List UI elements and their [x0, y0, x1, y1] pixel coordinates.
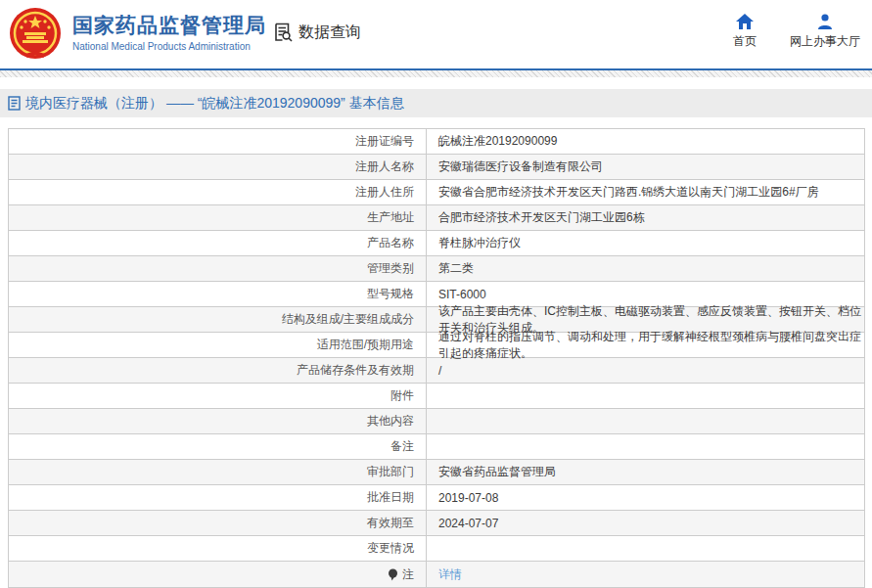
row-label: 生产地址 [9, 205, 427, 230]
row-label-text: 有效期至 [367, 515, 414, 531]
table-row: 变更情况 [9, 536, 864, 562]
row-label: 产品储存条件及有效期 [9, 358, 427, 383]
row-label-text: 生产地址 [367, 209, 414, 226]
data-query-section: 数据查询 [272, 22, 361, 43]
row-label: 变更情况 [9, 536, 427, 561]
row-value [427, 434, 864, 459]
table-row: 注册证编号皖械注准20192090099 [9, 129, 864, 155]
breadcrumb: 境内医疗器械（注册） —— “皖械注准20192090099” 基本信息 [0, 89, 872, 117]
row-label: 批准日期 [9, 485, 427, 510]
row-value-text: 2019-07-08 [438, 491, 498, 505]
table-row: 附件 [9, 384, 864, 409]
row-value-text: SIT-6000 [438, 288, 486, 301]
row-label-text: 变更情况 [367, 540, 414, 557]
row-value [427, 409, 864, 433]
breadcrumb-text: 境内医疗器械（注册） —— “皖械注准20192090099” 基本信息 [25, 95, 404, 113]
row-value-text: 安徽省合肥市经济技术开发区天门路西.锦绣大道以南天门湖工业园6#厂房 [438, 184, 819, 201]
table-row: 有效期至2024-07-07 [9, 511, 864, 536]
table-row: 产品名称脊柱脉冲治疗仪 [9, 231, 864, 256]
row-label-text: 其他内容 [367, 413, 414, 430]
row-label: 注册人住所 [9, 180, 427, 204]
document-search-icon [272, 22, 294, 43]
row-value-text: 通过对脊柱的指压调节、调动和处理，用于缓解神经根型颈椎病与腰椎间盘突出症引起的疼… [438, 329, 864, 362]
row-label: 附件 [9, 384, 427, 408]
nav-home-label: 首页 [733, 33, 757, 50]
brand-block: 国家药品监督管理局 National Medical Products Admi… [72, 13, 266, 52]
row-value-text: 皖械注准20192090099 [438, 133, 557, 150]
row-value: / [427, 358, 864, 383]
national-emblem-logo [8, 7, 63, 62]
table-row: 审批部门安徽省药品监督管理局 [9, 460, 864, 485]
note-pin-icon [388, 568, 398, 581]
details-link[interactable]: 详情 [438, 566, 462, 583]
row-label: 型号规格 [9, 282, 427, 306]
row-label-text: 适用范围/预期用途 [317, 337, 414, 353]
row-label-text: 注 [402, 566, 414, 583]
row-value-text: 2024-07-07 [438, 517, 498, 530]
row-label-text: 型号规格 [367, 286, 414, 302]
row-label-text: 结构及组成/主要组成成分 [282, 311, 414, 328]
row-label-text: 注册证编号 [355, 133, 414, 150]
row-label: 适用范围/预期用途 [9, 333, 427, 357]
row-label: 产品名称 [9, 231, 427, 255]
home-icon [736, 14, 754, 29]
nav-online-hall-label: 网上办事大厅 [790, 33, 860, 50]
row-value-text: 第二类 [438, 260, 474, 277]
table-row: 注册人名称安徽瑞德医疗设备制造有限公司 [9, 155, 864, 180]
user-icon [816, 14, 834, 29]
row-label: 备注 [9, 434, 427, 459]
row-label-text: 注册人住所 [355, 184, 414, 201]
row-value: 2024-07-07 [427, 511, 864, 535]
row-value: 第二类 [427, 256, 864, 281]
row-value-text: / [438, 364, 441, 378]
registration-detail-table: 注册证编号皖械注准20192090099注册人名称安徽瑞德医疗设备制造有限公司注… [8, 128, 865, 588]
table-row: 注详情 [9, 562, 864, 587]
table-row: 管理类别第二类 [9, 256, 864, 282]
row-value: 2019-07-08 [427, 485, 864, 510]
table-row: 备注 [9, 434, 864, 460]
row-label: 审批部门 [9, 460, 427, 484]
row-value: 合肥市经济技术开发区天门湖工业园6栋 [427, 205, 864, 230]
row-value-text: 合肥市经济技术开发区天门湖工业园6栋 [438, 209, 645, 226]
header-hatch-band [0, 70, 872, 77]
row-label-text: 备注 [390, 438, 414, 455]
table-row: 适用范围/预期用途通过对脊柱的指压调节、调动和处理，用于缓解神经根型颈椎病与腰椎… [9, 333, 864, 358]
row-value [427, 536, 864, 561]
row-label-text: 管理类别 [367, 260, 414, 277]
row-value: 通过对脊柱的指压调节、调动和处理，用于缓解神经根型颈椎病与腰椎间盘突出症引起的疼… [427, 333, 864, 357]
nav-online-hall[interactable]: 网上办事大厅 [790, 14, 860, 50]
header-nav: 首页 网上办事大厅 [733, 14, 860, 50]
site-subtitle: National Medical Products Administration [72, 41, 266, 52]
table-row: 生产地址合肥市经济技术开发区天门湖工业园6栋 [9, 205, 864, 231]
document-icon [8, 96, 21, 111]
table-row: 其他内容 [9, 409, 864, 434]
table-row: 批准日期2019-07-08 [9, 485, 864, 511]
row-label-text: 产品名称 [367, 235, 414, 251]
table-row: 产品储存条件及有效期/ [9, 358, 864, 384]
row-value: 脊柱脉冲治疗仪 [427, 231, 864, 255]
section-title: 数据查询 [298, 23, 361, 43]
row-label: 注册证编号 [9, 129, 427, 154]
row-label: 注册人名称 [9, 155, 427, 179]
row-value: 安徽瑞德医疗设备制造有限公司 [427, 155, 864, 179]
row-label-text: 审批部门 [367, 464, 414, 480]
row-value-text: 安徽瑞德医疗设备制造有限公司 [438, 158, 603, 175]
row-value: 皖械注准20192090099 [427, 129, 864, 154]
row-label: 注 [9, 562, 427, 587]
row-label: 其他内容 [9, 409, 427, 433]
table-row: 注册人住所安徽省合肥市经济技术开发区天门路西.锦绣大道以南天门湖工业园6#厂房 [9, 180, 864, 205]
row-value: 详情 [427, 562, 864, 587]
row-value-text: 安徽省药品监督管理局 [438, 464, 556, 480]
row-label-text: 批准日期 [367, 489, 414, 506]
row-value: 安徽省合肥市经济技术开发区天门路西.锦绣大道以南天门湖工业园6#厂房 [427, 180, 864, 204]
row-value: 安徽省药品监督管理局 [427, 460, 864, 484]
row-value [427, 384, 864, 408]
row-label: 管理类别 [9, 256, 427, 281]
row-label: 结构及组成/主要组成成分 [9, 307, 427, 332]
row-label-text: 产品储存条件及有效期 [297, 362, 414, 379]
page-header: 国家药品监督管理局 National Medical Products Admi… [0, 0, 872, 68]
nav-home[interactable]: 首页 [733, 14, 757, 50]
row-value-text: 脊柱脉冲治疗仪 [438, 235, 521, 251]
row-label-text: 附件 [390, 387, 414, 404]
row-label-text: 注册人名称 [355, 158, 414, 175]
